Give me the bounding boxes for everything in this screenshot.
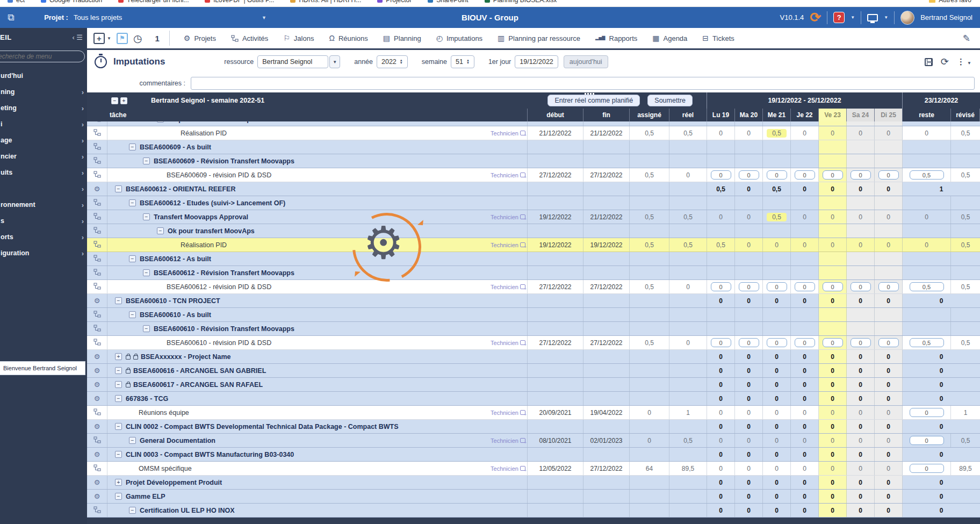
sidebar-item[interactable]: uits› xyxy=(0,164,87,181)
column-header-task[interactable]: tâche xyxy=(87,109,528,121)
bookmark-item[interactable]: iLovePDF | Outils P... xyxy=(205,0,274,4)
edit-pencil-icon[interactable]: ✎ xyxy=(963,33,970,44)
day-input[interactable]: 0 xyxy=(878,282,899,291)
table-row[interactable]: −BSEA600612 - Etudes (suivi-> Lancement … xyxy=(87,196,980,210)
sidebar-item[interactable]: iguration› xyxy=(0,245,87,261)
toolbar-item-planning-par-ressource[interactable]: ▥Planning par ressource xyxy=(498,34,580,42)
collapse-all-icon[interactable]: − xyxy=(111,97,118,104)
sidebar-item[interactable]: i› xyxy=(0,116,87,132)
collapse-toggle[interactable]: − xyxy=(157,227,164,234)
day-input[interactable]: 0 xyxy=(711,338,731,347)
help-dropdown-arrow[interactable]: ▼ xyxy=(851,15,855,20)
project-combobox[interactable] xyxy=(74,13,197,21)
table-row[interactable]: −BSEA600612 - Révision Transfert Moovapp… xyxy=(87,266,980,280)
menu-search-input[interactable] xyxy=(0,51,85,62)
sidebar-item[interactable]: s› xyxy=(0,213,87,229)
table-row[interactable]: Réunions équipeTechnicien20/09/202119/04… xyxy=(87,406,980,420)
table-row[interactable]: ⚙+Projet Développement Produit00000000 xyxy=(87,476,980,490)
table-row[interactable]: −Transfert Moovapps ApprovalTechnicien19… xyxy=(87,210,980,224)
collapse-toggle[interactable]: − xyxy=(115,381,122,388)
table-row[interactable]: OMSM spécifiqueTechnicien12/05/202227/12… xyxy=(87,462,980,476)
expand-all-icon[interactable]: + xyxy=(120,97,127,104)
year-stepper[interactable]: 2022▲▼ xyxy=(377,55,408,68)
rest-input[interactable]: 0,5 xyxy=(910,282,944,291)
rest-cell[interactable]: 0,5 xyxy=(903,336,951,349)
table-row[interactable]: ⚙−CLIN 0003 - Compact BWTS Manufacturing… xyxy=(87,448,980,462)
table-row[interactable]: BSEA600609 - révision PID & DSDTechnicie… xyxy=(87,168,980,182)
submit-button[interactable]: Soumettre xyxy=(647,95,693,106)
day-input[interactable]: 0 xyxy=(739,170,759,180)
collapse-toggle[interactable]: − xyxy=(143,157,150,164)
day-cell[interactable]: 0 xyxy=(707,168,735,182)
expand-toggle[interactable]: + xyxy=(115,479,122,486)
column-header-day[interactable]: Ma 20 xyxy=(735,109,763,121)
table-row[interactable]: −General DocumentationTechnicien08/10/20… xyxy=(87,434,980,448)
day-input[interactable]: 0 xyxy=(795,338,815,347)
rest-input[interactable]: 0 xyxy=(910,436,944,445)
day-input[interactable]: 0 xyxy=(795,170,815,180)
day-cell[interactable]: 0 xyxy=(819,168,847,182)
day-input[interactable]: 0 xyxy=(851,338,871,347)
bookmark-item[interactable]: ect xyxy=(8,0,25,4)
toolbar-item-imputations[interactable]: ◴Imputations xyxy=(436,34,482,42)
rest-cell[interactable]: 0 xyxy=(903,434,951,447)
assignee-badge[interactable]: Technicien xyxy=(491,465,527,472)
sidebar-item[interactable]: ronnement› xyxy=(0,197,87,213)
table-row[interactable]: −BSEA600610 - Révision Transfert Moovapp… xyxy=(87,322,980,336)
assignee-badge[interactable]: Technicien xyxy=(491,214,527,220)
column-header-day[interactable]: Lu 19 xyxy=(707,109,735,121)
today-button[interactable]: aujourd'hui xyxy=(564,55,608,68)
day-input[interactable]: 0 xyxy=(823,282,843,291)
toolbar-item-jalons[interactable]: ⚐Jalons xyxy=(283,34,314,42)
sidebar-item[interactable]: age› xyxy=(0,132,87,148)
toolbar-item-agenda[interactable]: ▦Agenda xyxy=(652,34,687,42)
enter-real-as-planned-button[interactable]: Entrer réel comme planifié xyxy=(547,95,640,106)
other-favorites[interactable]: Autres favo xyxy=(929,0,971,4)
toolbar-item-planning[interactable]: ▤Planning xyxy=(383,34,421,42)
day-cell[interactable]: 0 xyxy=(847,168,875,182)
day-cell[interactable]: 0 xyxy=(875,336,903,349)
column-header-day[interactable]: Me 21 xyxy=(763,109,791,121)
user-avatar[interactable] xyxy=(900,11,914,25)
day-cell[interactable]: 0 xyxy=(791,168,819,182)
table-row[interactable]: ⚙−BSEA600612 - ORIENTAL REEFER0,500,5000… xyxy=(87,182,980,196)
day-cell[interactable]: 0 xyxy=(707,280,735,293)
day-cell[interactable]: 0 xyxy=(763,168,791,182)
collapse-toggle[interactable]: − xyxy=(157,121,164,123)
day-input[interactable]: 0 xyxy=(795,282,815,291)
day-cell[interactable]: 0 xyxy=(735,336,763,349)
app-switcher-icon[interactable]: ⧉ xyxy=(8,12,14,23)
table-row[interactable]: Réalisation PIDTechnicien19/12/202219/12… xyxy=(87,238,980,252)
table-row[interactable]: Réalisation PIDTechnicien21/12/202221/12… xyxy=(87,126,980,140)
collapse-toggle[interactable]: − xyxy=(129,507,136,514)
day-cell[interactable]: 0 xyxy=(707,336,735,349)
bookmark-item[interactable]: Planning BIOSEA.xlsx xyxy=(485,0,557,4)
collapse-toggle[interactable]: − xyxy=(115,185,122,192)
sidebar-item[interactable]: orts› xyxy=(0,229,87,245)
table-row[interactable]: −BSEA600609 - Révision Transfert Moovapp… xyxy=(87,154,980,168)
week-stepper[interactable]: 51▲▼ xyxy=(451,55,474,68)
day-input[interactable]: 0 xyxy=(711,282,731,291)
display-dropdown-arrow[interactable]: ▼ xyxy=(884,15,888,20)
kebab-menu-icon[interactable]: ⋮ ▼ xyxy=(957,57,971,67)
expand-toggle[interactable]: + xyxy=(115,353,122,360)
sidebar-item[interactable]: ning› xyxy=(0,84,87,100)
bookmark-item[interactable]: Télécharger un fichi... xyxy=(118,0,189,4)
day-input[interactable]: 0 xyxy=(878,338,899,347)
assignee-badge[interactable]: Technicien xyxy=(491,437,527,444)
table-row[interactable]: ⚙−Gamme ELP00000000 xyxy=(87,490,980,504)
day-cell[interactable]: 0 xyxy=(763,280,791,293)
collapse-toggle[interactable]: − xyxy=(129,437,136,444)
day-cell[interactable]: 0 xyxy=(847,280,875,293)
day-input[interactable]: 0 xyxy=(767,338,787,347)
column-header-assigned[interactable]: assigné xyxy=(630,109,669,121)
day-cell[interactable]: 0 xyxy=(735,280,763,293)
drag-handle[interactable] xyxy=(585,93,594,95)
resource-dropdown-arrow[interactable]: ▼ xyxy=(329,55,340,68)
collapse-toggle[interactable]: − xyxy=(143,269,150,276)
day-input[interactable]: 0 xyxy=(739,338,759,347)
day-input[interactable]: 0 xyxy=(823,338,843,347)
table-row[interactable]: ⚙−667836 - TCG00000000 xyxy=(87,392,980,406)
comments-input[interactable] xyxy=(191,77,975,90)
firstday-field[interactable]: 19/12/2022 xyxy=(515,55,558,68)
